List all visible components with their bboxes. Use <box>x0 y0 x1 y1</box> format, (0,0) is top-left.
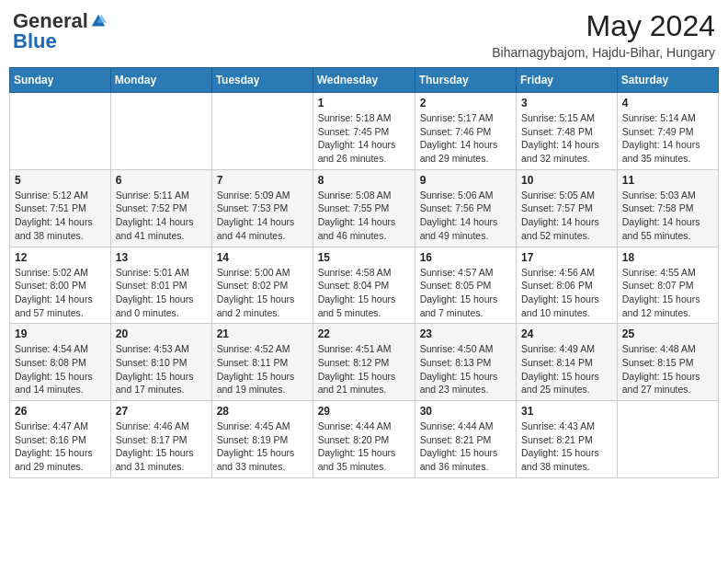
day-info: Sunrise: 5:12 AMSunset: 7:51 PMDaylight:… <box>15 189 106 243</box>
day-info: Sunrise: 4:48 AMSunset: 8:15 PMDaylight:… <box>622 342 713 396</box>
day-number: 21 <box>217 327 308 340</box>
logo-blue-text: Blue <box>13 29 57 52</box>
weekday-header-wednesday: Wednesday <box>313 68 415 93</box>
day-number: 5 <box>15 174 106 187</box>
logo: General Blue <box>13 9 107 53</box>
calendar-day-26: 26Sunrise: 4:47 AMSunset: 8:16 PMDayligh… <box>10 401 111 478</box>
day-number: 18 <box>622 251 713 264</box>
day-info: Sunrise: 4:45 AMSunset: 8:19 PMDaylight:… <box>217 419 308 474</box>
calendar-day-3: 3Sunrise: 5:15 AMSunset: 7:48 PMDaylight… <box>517 93 618 170</box>
day-number: 19 <box>15 327 106 340</box>
day-number: 14 <box>217 251 308 264</box>
day-info: Sunrise: 5:06 AMSunset: 7:56 PMDaylight:… <box>420 189 511 243</box>
calendar-day-16: 16Sunrise: 4:57 AMSunset: 8:05 PMDayligh… <box>415 247 516 324</box>
calendar-day-11: 11Sunrise: 5:03 AMSunset: 7:58 PMDayligh… <box>617 169 718 247</box>
weekday-header-sunday: Sunday <box>10 68 111 93</box>
calendar-day-2: 2Sunrise: 5:17 AMSunset: 7:46 PMDaylight… <box>415 93 516 170</box>
day-info: Sunrise: 5:05 AMSunset: 7:57 PMDaylight:… <box>521 189 612 243</box>
day-number: 29 <box>318 405 410 418</box>
day-info: Sunrise: 4:46 AMSunset: 8:17 PMDaylight:… <box>116 419 207 474</box>
day-info: Sunrise: 4:54 AMSunset: 8:08 PMDaylight:… <box>15 342 106 396</box>
day-number: 15 <box>318 251 410 264</box>
day-info: Sunrise: 4:56 AMSunset: 8:06 PMDaylight:… <box>521 266 612 320</box>
calendar-empty-cell <box>10 93 111 170</box>
calendar-day-8: 8Sunrise: 5:08 AMSunset: 7:55 PMDaylight… <box>313 169 415 247</box>
calendar-day-18: 18Sunrise: 4:55 AMSunset: 8:07 PMDayligh… <box>617 247 718 324</box>
day-info: Sunrise: 5:09 AMSunset: 7:53 PMDaylight:… <box>217 189 308 243</box>
day-info: Sunrise: 4:52 AMSunset: 8:11 PMDaylight:… <box>217 342 308 396</box>
calendar-table: SundayMondayTuesdayWednesdayThursdayFrid… <box>9 67 719 478</box>
day-info: Sunrise: 4:58 AMSunset: 8:04 PMDaylight:… <box>318 266 410 320</box>
calendar-day-30: 30Sunrise: 4:44 AMSunset: 8:21 PMDayligh… <box>415 401 516 478</box>
calendar-day-13: 13Sunrise: 5:01 AMSunset: 8:01 PMDayligh… <box>110 247 211 324</box>
day-info: Sunrise: 5:18 AMSunset: 7:45 PMDaylight:… <box>318 111 410 166</box>
day-info: Sunrise: 5:03 AMSunset: 7:58 PMDaylight:… <box>622 189 713 243</box>
location-subtitle: Biharnagybajom, Hajdu-Bihar, Hungary <box>492 45 715 60</box>
day-number: 12 <box>15 251 106 264</box>
day-number: 25 <box>622 327 713 340</box>
day-number: 7 <box>217 174 308 187</box>
day-info: Sunrise: 4:50 AMSunset: 8:13 PMDaylight:… <box>420 342 511 396</box>
weekday-header-monday: Monday <box>110 68 211 93</box>
calendar-day-15: 15Sunrise: 4:58 AMSunset: 8:04 PMDayligh… <box>313 247 415 324</box>
day-number: 6 <box>116 174 207 187</box>
day-info: Sunrise: 5:01 AMSunset: 8:01 PMDaylight:… <box>116 266 207 320</box>
day-number: 1 <box>318 97 410 109</box>
day-info: Sunrise: 4:47 AMSunset: 8:16 PMDaylight:… <box>15 419 106 474</box>
weekday-header-row: SundayMondayTuesdayWednesdayThursdayFrid… <box>10 68 719 93</box>
day-info: Sunrise: 4:55 AMSunset: 8:07 PMDaylight:… <box>622 266 713 320</box>
day-number: 20 <box>116 327 207 340</box>
day-info: Sunrise: 5:00 AMSunset: 8:02 PMDaylight:… <box>217 266 308 320</box>
calendar-day-21: 21Sunrise: 4:52 AMSunset: 8:11 PMDayligh… <box>211 324 313 401</box>
calendar-day-29: 29Sunrise: 4:44 AMSunset: 8:20 PMDayligh… <box>313 401 415 478</box>
day-number: 17 <box>521 251 612 264</box>
day-info: Sunrise: 5:02 AMSunset: 8:00 PMDaylight:… <box>15 266 106 320</box>
day-number: 11 <box>622 174 713 187</box>
calendar-day-20: 20Sunrise: 4:53 AMSunset: 8:10 PMDayligh… <box>110 324 211 401</box>
calendar-week-3: 12Sunrise: 5:02 AMSunset: 8:00 PMDayligh… <box>10 247 719 324</box>
day-info: Sunrise: 4:51 AMSunset: 8:12 PMDaylight:… <box>318 342 410 396</box>
day-info: Sunrise: 5:08 AMSunset: 7:55 PMDaylight:… <box>318 189 410 243</box>
calendar-day-7: 7Sunrise: 5:09 AMSunset: 7:53 PMDaylight… <box>211 169 313 247</box>
weekday-header-thursday: Thursday <box>415 68 516 93</box>
day-number: 4 <box>622 97 713 109</box>
day-number: 22 <box>318 327 410 340</box>
weekday-header-tuesday: Tuesday <box>211 68 313 93</box>
day-info: Sunrise: 4:53 AMSunset: 8:10 PMDaylight:… <box>116 342 207 396</box>
day-info: Sunrise: 5:15 AMSunset: 7:48 PMDaylight:… <box>521 111 612 166</box>
day-number: 10 <box>521 174 612 187</box>
calendar-day-28: 28Sunrise: 4:45 AMSunset: 8:19 PMDayligh… <box>211 401 313 478</box>
day-info: Sunrise: 5:17 AMSunset: 7:46 PMDaylight:… <box>420 111 511 166</box>
weekday-header-friday: Friday <box>517 68 618 93</box>
calendar-day-22: 22Sunrise: 4:51 AMSunset: 8:12 PMDayligh… <box>313 324 415 401</box>
day-info: Sunrise: 4:44 AMSunset: 8:20 PMDaylight:… <box>318 419 410 474</box>
weekday-header-saturday: Saturday <box>617 68 718 93</box>
day-info: Sunrise: 4:44 AMSunset: 8:21 PMDaylight:… <box>420 419 511 474</box>
day-info: Sunrise: 4:49 AMSunset: 8:14 PMDaylight:… <box>521 342 612 396</box>
day-number: 2 <box>420 97 511 109</box>
calendar-empty-cell <box>211 93 313 170</box>
day-number: 27 <box>116 405 207 418</box>
calendar-week-4: 19Sunrise: 4:54 AMSunset: 8:08 PMDayligh… <box>10 324 719 401</box>
calendar-day-25: 25Sunrise: 4:48 AMSunset: 8:15 PMDayligh… <box>617 324 718 401</box>
day-number: 31 <box>521 405 612 418</box>
calendar-day-5: 5Sunrise: 5:12 AMSunset: 7:51 PMDaylight… <box>10 169 111 247</box>
calendar-day-27: 27Sunrise: 4:46 AMSunset: 8:17 PMDayligh… <box>110 401 211 478</box>
day-number: 24 <box>521 327 612 340</box>
day-number: 28 <box>217 405 308 418</box>
day-number: 23 <box>420 327 511 340</box>
day-number: 16 <box>420 251 511 264</box>
day-info: Sunrise: 4:57 AMSunset: 8:05 PMDaylight:… <box>420 266 511 320</box>
calendar-day-6: 6Sunrise: 5:11 AMSunset: 7:52 PMDaylight… <box>110 169 211 247</box>
calendar-day-9: 9Sunrise: 5:06 AMSunset: 7:56 PMDaylight… <box>415 169 516 247</box>
calendar-day-10: 10Sunrise: 5:05 AMSunset: 7:57 PMDayligh… <box>517 169 618 247</box>
day-number: 26 <box>15 405 106 418</box>
day-number: 30 <box>420 405 511 418</box>
logo-icon <box>90 13 107 29</box>
day-number: 9 <box>420 174 511 187</box>
day-info: Sunrise: 5:11 AMSunset: 7:52 PMDaylight:… <box>116 189 207 243</box>
calendar-week-2: 5Sunrise: 5:12 AMSunset: 7:51 PMDaylight… <box>10 169 719 247</box>
calendar-day-14: 14Sunrise: 5:00 AMSunset: 8:02 PMDayligh… <box>211 247 313 324</box>
calendar-day-24: 24Sunrise: 4:49 AMSunset: 8:14 PMDayligh… <box>517 324 618 401</box>
day-number: 8 <box>318 174 410 187</box>
